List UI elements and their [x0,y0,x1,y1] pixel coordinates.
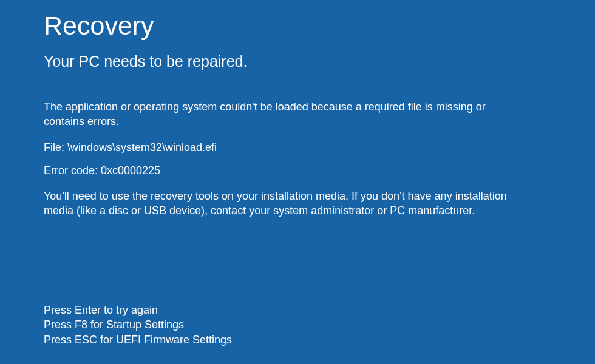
instruction-enter: Press Enter to try again [44,303,232,317]
page-title: Recovery [44,11,551,41]
error-advice: You'll need to use the recovery tools on… [44,189,517,218]
instruction-f8: Press F8 for Startup Settings [44,317,232,332]
error-message: The application or operating system coul… [44,99,517,129]
page-subtitle: Your PC needs to be repaired. [44,53,551,70]
instruction-esc: Press ESC for UEFI Firmware Settings [44,332,232,347]
error-file: File: \windows\system32\winload.efi [44,140,517,155]
error-code: Error code: 0xc0000225 [44,163,517,178]
key-instructions: Press Enter to try again Press F8 for St… [44,303,232,347]
error-body: The application or operating system coul… [44,99,517,218]
